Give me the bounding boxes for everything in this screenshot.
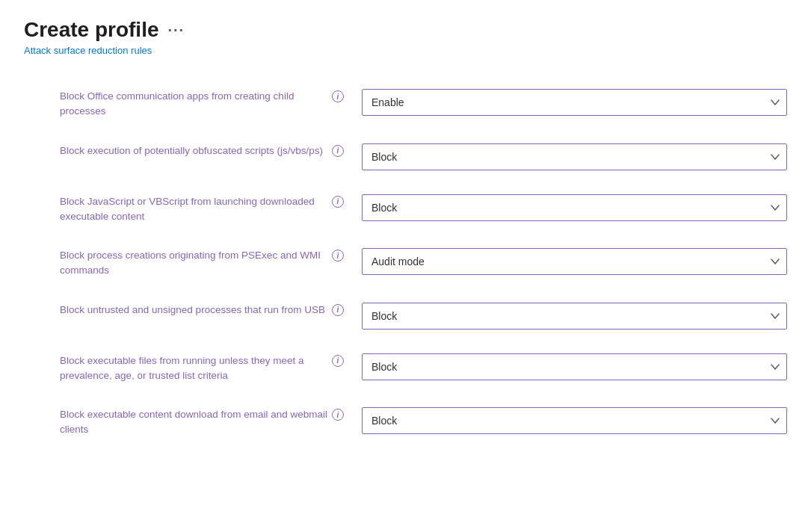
- rule-label-6: Block executable content download from e…: [60, 407, 327, 438]
- rule-select-1[interactable]: Not configuredBlockAudit modeEnableDisab…: [362, 143, 787, 170]
- rule-label-3: Block process creations originating from…: [60, 248, 327, 279]
- rule-select-2[interactable]: Not configuredBlockAudit modeEnableDisab…: [362, 194, 787, 221]
- page-header: Create profile ··· Attack surface reduct…: [24, 18, 787, 56]
- rule-row: Block JavaScript or VBScript from launch…: [24, 182, 787, 237]
- rule-row: Block execution of potentially obfuscate…: [24, 132, 787, 182]
- rule-label-4: Block untrusted and unsigned processes t…: [60, 303, 327, 318]
- info-icon-0[interactable]: i: [332, 90, 344, 102]
- rules-list: Block Office communication apps from cre…: [24, 77, 787, 450]
- rule-label-2: Block JavaScript or VBScript from launch…: [60, 194, 327, 225]
- more-options-button[interactable]: ···: [168, 22, 185, 39]
- rule-row: Block executable content download from e…: [24, 395, 787, 450]
- rule-row: Block executable files from running unle…: [24, 341, 787, 396]
- info-icon-4[interactable]: i: [332, 304, 344, 316]
- rule-label-0: Block Office communication apps from cre…: [60, 89, 327, 120]
- info-icon-2[interactable]: i: [332, 196, 344, 208]
- rule-select-4[interactable]: Not configuredBlockAudit modeEnableDisab…: [362, 303, 787, 330]
- rule-label-5: Block executable files from running unle…: [60, 353, 327, 384]
- rule-select-5[interactable]: Not configuredBlockAudit modeEnableDisab…: [362, 353, 787, 380]
- info-icon-1[interactable]: i: [332, 145, 344, 157]
- info-icon-5[interactable]: i: [332, 355, 344, 367]
- rule-select-3[interactable]: Not configuredBlockAudit modeEnableDisab…: [362, 248, 787, 275]
- rule-row: Block untrusted and unsigned processes t…: [24, 291, 787, 341]
- rule-row: Block process creations originating from…: [24, 236, 787, 291]
- info-icon-3[interactable]: i: [332, 250, 344, 262]
- rule-select-0[interactable]: Not configuredBlockAudit modeEnableDisab…: [362, 89, 787, 116]
- rule-select-6[interactable]: Not configuredBlockAudit modeEnableDisab…: [362, 407, 787, 434]
- page-subtitle: Attack surface reduction rules: [24, 45, 787, 56]
- rule-label-1: Block execution of potentially obfuscate…: [60, 143, 327, 158]
- rule-row: Block Office communication apps from cre…: [24, 77, 787, 132]
- page-title-text: Create profile: [24, 18, 159, 42]
- info-icon-6[interactable]: i: [332, 409, 344, 421]
